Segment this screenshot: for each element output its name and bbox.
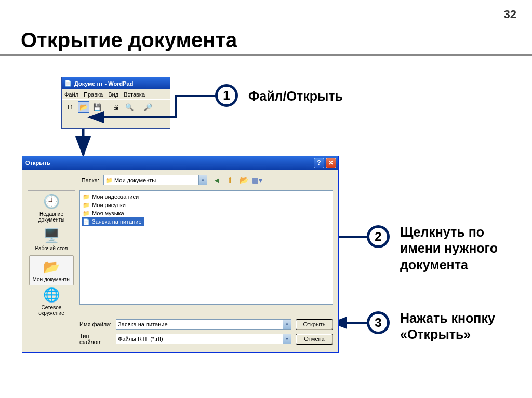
folder-label: Папка: [79, 177, 99, 183]
menu-edit[interactable]: Правка [84, 91, 103, 98]
help-button[interactable]: ? [314, 158, 324, 168]
list-item-label: Моя музыка [92, 210, 124, 216]
folder-icon: 📁 [105, 177, 113, 184]
desktop-icon: 🖥️ [43, 228, 60, 244]
views-icon[interactable]: ▦▾ [252, 175, 262, 185]
open-dialog-titlebar: Открыть ? ✕ [22, 156, 338, 170]
title-underline [0, 54, 532, 56]
back-icon[interactable]: ◄ [211, 175, 222, 185]
place-network-label: Сетевое окружение [29, 305, 74, 316]
list-item[interactable]: 📁 Мои видеозаписи [82, 193, 331, 201]
place-network[interactable]: 🌐 Сетевое окружение [29, 286, 74, 317]
chevron-down-icon[interactable]: ▼ [283, 334, 291, 344]
place-mydocs-label: Мои документы [33, 277, 71, 282]
menu-insert[interactable]: Вставка [124, 91, 145, 98]
list-item-label: Мои рисунки [92, 202, 126, 208]
places-bar: 🕘 Недавние документы 🖥️ Рабочий стол 📂 М… [28, 190, 75, 347]
place-desktop[interactable]: 🖥️ Рабочий стол [29, 224, 74, 254]
page-number: 32 [504, 8, 516, 21]
open-icon[interactable]: 📂 [78, 101, 89, 113]
filetype-value: Файлы RTF (*.rtf) [118, 336, 163, 342]
menu-file[interactable]: Файл [64, 91, 78, 98]
callout-badge-3: 3 [367, 311, 390, 334]
find-icon[interactable]: 🔎 [142, 101, 154, 113]
up-icon[interactable]: ⬆ [225, 175, 235, 185]
callout-badge-1: 1 [215, 84, 238, 107]
chevron-down-icon[interactable]: ▼ [198, 175, 207, 185]
filename-label: Имя файла: [79, 321, 112, 327]
folder-combo[interactable]: 📁 Мои документы ▼ [103, 175, 207, 185]
wordpad-title: Докуме нт - WordPad [74, 80, 133, 87]
folder-icon: 📁 [83, 194, 90, 200]
place-mydocs[interactable]: 📂 Мои документы [29, 255, 74, 285]
dialog-body: Папка: 📁 Мои документы ▼ ◄ ⬆ 📂 ▦▾ 🕘 Неда… [22, 170, 338, 352]
network-icon: 🌐 [43, 287, 60, 303]
mydocs-icon: 📂 [43, 259, 60, 275]
open-button[interactable]: Открыть [296, 319, 333, 330]
filename-value: Заявка на питание [118, 321, 168, 327]
recent-icon: 🕘 [43, 194, 60, 210]
callout-text-1: Файл/Открыть [248, 88, 343, 104]
filename-input[interactable]: Заявка на питание ▼ [116, 319, 291, 330]
doc-icon: 📄 [83, 218, 90, 225]
folder-value: Мои документы [114, 177, 156, 183]
callout-text-3: Нажать кнопку «Открыть» [400, 310, 520, 343]
lookin-row: Папка: 📁 Мои документы ▼ ◄ ⬆ 📂 ▦▾ [28, 175, 333, 185]
callout-badge-2: 2 [367, 225, 390, 248]
place-desktop-label: Рабочий стол [35, 245, 68, 251]
wordpad-menubar: Файл Правка Вид Вставка [62, 89, 170, 100]
new-folder-icon[interactable]: 📂 [238, 175, 249, 185]
wordpad-toolbar: 🗋 📂 💾 🖨 🔍 🔎 [62, 100, 170, 114]
open-dialog-title: Открыть [25, 160, 50, 166]
list-item-selected[interactable]: 📄 Заявка на питание [82, 217, 144, 226]
filetype-label: Тип файлов: [79, 333, 112, 345]
list-item-label: Заявка на питание [92, 218, 142, 225]
wordpad-window: 📄 Докуме нт - WordPad Файл Правка Вид Вс… [61, 77, 170, 129]
place-recent-label: Недавние документы [29, 211, 74, 223]
file-list[interactable]: 📁 Мои видеозаписи 📁 Мои рисунки 📁 Моя му… [79, 190, 333, 305]
place-recent[interactable]: 🕘 Недавние документы [29, 193, 74, 223]
wordpad-app-icon: 📄 [64, 80, 72, 87]
callout-text-2: Щелкнуть по имени нужного документа [400, 224, 520, 273]
preview-icon[interactable]: 🔍 [124, 101, 135, 113]
chevron-down-icon[interactable]: ▼ [283, 320, 291, 329]
folder-icon: 📁 [83, 210, 90, 217]
page-title: Открытие документа [21, 29, 237, 52]
cancel-button[interactable]: Отмена [296, 334, 333, 345]
filetype-combo[interactable]: Файлы RTF (*.rtf) ▼ [116, 334, 291, 344]
list-item[interactable]: 📁 Моя музыка [82, 209, 331, 217]
filetype-row: Тип файлов: Файлы RTF (*.rtf) ▼ Отмена [79, 333, 333, 345]
list-item[interactable]: 📁 Мои рисунки [82, 201, 331, 209]
wordpad-titlebar: 📄 Докуме нт - WordPad [62, 77, 170, 89]
close-button[interactable]: ✕ [326, 158, 336, 168]
list-item-label: Мои видеозаписи [92, 194, 139, 200]
new-doc-icon[interactable]: 🗋 [64, 101, 76, 113]
open-dialog: Открыть ? ✕ Папка: 📁 Мои документы ▼ ◄ ⬆… [22, 156, 339, 353]
folder-icon: 📁 [83, 202, 90, 209]
filename-row: Имя файла: Заявка на питание ▼ Открыть [79, 318, 333, 331]
menu-view[interactable]: Вид [108, 91, 118, 98]
save-icon[interactable]: 💾 [91, 101, 103, 113]
print-icon[interactable]: 🖨 [110, 101, 122, 113]
